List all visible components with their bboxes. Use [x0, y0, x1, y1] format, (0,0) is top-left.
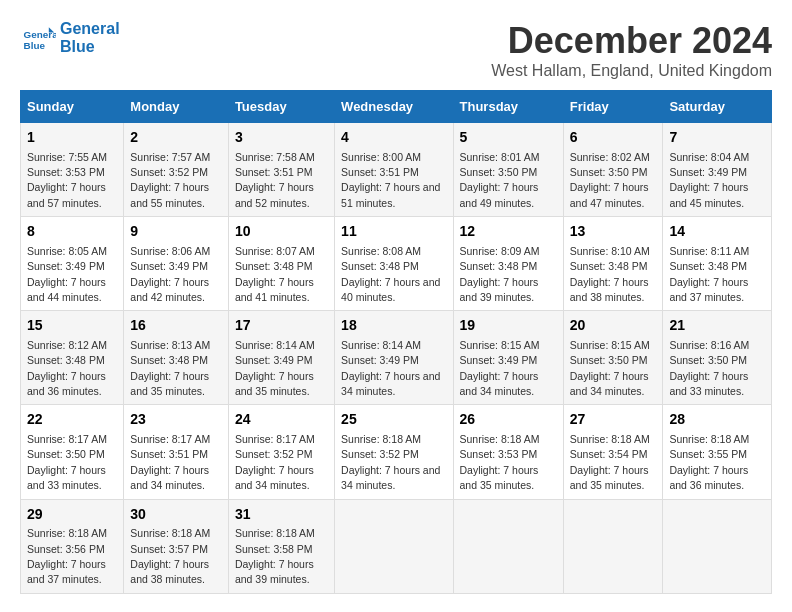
cell-info: Sunrise: 8:12 AMSunset: 3:48 PMDaylight:… — [27, 339, 107, 397]
page-header: General Blue General Blue December 2024 … — [20, 20, 772, 80]
day-number: 31 — [235, 505, 328, 525]
calendar-cell — [453, 499, 563, 593]
calendar-cell: 27Sunrise: 8:18 AMSunset: 3:54 PMDayligh… — [563, 405, 663, 499]
day-number: 20 — [570, 316, 657, 336]
day-number: 18 — [341, 316, 446, 336]
cell-info: Sunrise: 8:00 AMSunset: 3:51 PMDaylight:… — [341, 151, 440, 209]
day-number: 10 — [235, 222, 328, 242]
calendar-cell: 9Sunrise: 8:06 AMSunset: 3:49 PMDaylight… — [124, 217, 229, 311]
logo-blue: Blue — [60, 38, 120, 56]
header-thursday: Thursday — [453, 91, 563, 123]
calendar-cell: 30Sunrise: 8:18 AMSunset: 3:57 PMDayligh… — [124, 499, 229, 593]
day-number: 24 — [235, 410, 328, 430]
cell-info: Sunrise: 8:14 AMSunset: 3:49 PMDaylight:… — [235, 339, 315, 397]
day-number: 15 — [27, 316, 117, 336]
cell-info: Sunrise: 8:18 AMSunset: 3:55 PMDaylight:… — [669, 433, 749, 491]
cell-info: Sunrise: 8:14 AMSunset: 3:49 PMDaylight:… — [341, 339, 440, 397]
day-number: 6 — [570, 128, 657, 148]
calendar-cell — [563, 499, 663, 593]
calendar-table: SundayMondayTuesdayWednesdayThursdayFrid… — [20, 90, 772, 594]
logo-general: General — [60, 20, 120, 38]
day-number: 19 — [460, 316, 557, 336]
calendar-cell: 18Sunrise: 8:14 AMSunset: 3:49 PMDayligh… — [335, 311, 453, 405]
calendar-cell: 12Sunrise: 8:09 AMSunset: 3:48 PMDayligh… — [453, 217, 563, 311]
calendar-cell: 16Sunrise: 8:13 AMSunset: 3:48 PMDayligh… — [124, 311, 229, 405]
calendar-cell: 31Sunrise: 8:18 AMSunset: 3:58 PMDayligh… — [228, 499, 334, 593]
calendar-cell — [335, 499, 453, 593]
day-number: 4 — [341, 128, 446, 148]
calendar-cell: 29Sunrise: 8:18 AMSunset: 3:56 PMDayligh… — [21, 499, 124, 593]
week-row-3: 15Sunrise: 8:12 AMSunset: 3:48 PMDayligh… — [21, 311, 772, 405]
day-number: 1 — [27, 128, 117, 148]
calendar-cell — [663, 499, 772, 593]
day-number: 11 — [341, 222, 446, 242]
cell-info: Sunrise: 8:08 AMSunset: 3:48 PMDaylight:… — [341, 245, 440, 303]
week-row-2: 8Sunrise: 8:05 AMSunset: 3:49 PMDaylight… — [21, 217, 772, 311]
calendar-cell: 28Sunrise: 8:18 AMSunset: 3:55 PMDayligh… — [663, 405, 772, 499]
cell-info: Sunrise: 7:55 AMSunset: 3:53 PMDaylight:… — [27, 151, 107, 209]
page-subtitle: West Hallam, England, United Kingdom — [491, 62, 772, 80]
cell-info: Sunrise: 8:17 AMSunset: 3:51 PMDaylight:… — [130, 433, 210, 491]
week-row-5: 29Sunrise: 8:18 AMSunset: 3:56 PMDayligh… — [21, 499, 772, 593]
calendar-cell: 17Sunrise: 8:14 AMSunset: 3:49 PMDayligh… — [228, 311, 334, 405]
day-number: 16 — [130, 316, 222, 336]
day-number: 8 — [27, 222, 117, 242]
cell-info: Sunrise: 8:18 AMSunset: 3:52 PMDaylight:… — [341, 433, 440, 491]
cell-info: Sunrise: 7:57 AMSunset: 3:52 PMDaylight:… — [130, 151, 210, 209]
calendar-cell: 6Sunrise: 8:02 AMSunset: 3:50 PMDaylight… — [563, 123, 663, 217]
cell-info: Sunrise: 8:18 AMSunset: 3:53 PMDaylight:… — [460, 433, 540, 491]
cell-info: Sunrise: 8:18 AMSunset: 3:57 PMDaylight:… — [130, 527, 210, 585]
day-number: 25 — [341, 410, 446, 430]
day-number: 12 — [460, 222, 557, 242]
week-row-4: 22Sunrise: 8:17 AMSunset: 3:50 PMDayligh… — [21, 405, 772, 499]
day-number: 21 — [669, 316, 765, 336]
day-number: 29 — [27, 505, 117, 525]
calendar-cell: 3Sunrise: 7:58 AMSunset: 3:51 PMDaylight… — [228, 123, 334, 217]
calendar-cell: 5Sunrise: 8:01 AMSunset: 3:50 PMDaylight… — [453, 123, 563, 217]
cell-info: Sunrise: 8:05 AMSunset: 3:49 PMDaylight:… — [27, 245, 107, 303]
calendar-cell: 20Sunrise: 8:15 AMSunset: 3:50 PMDayligh… — [563, 311, 663, 405]
cell-info: Sunrise: 8:13 AMSunset: 3:48 PMDaylight:… — [130, 339, 210, 397]
calendar-cell: 25Sunrise: 8:18 AMSunset: 3:52 PMDayligh… — [335, 405, 453, 499]
cell-info: Sunrise: 8:10 AMSunset: 3:48 PMDaylight:… — [570, 245, 650, 303]
day-number: 28 — [669, 410, 765, 430]
day-number: 23 — [130, 410, 222, 430]
cell-info: Sunrise: 8:18 AMSunset: 3:58 PMDaylight:… — [235, 527, 315, 585]
calendar-cell: 26Sunrise: 8:18 AMSunset: 3:53 PMDayligh… — [453, 405, 563, 499]
svg-text:Blue: Blue — [24, 40, 46, 51]
calendar-cell: 23Sunrise: 8:17 AMSunset: 3:51 PMDayligh… — [124, 405, 229, 499]
day-number: 22 — [27, 410, 117, 430]
cell-info: Sunrise: 8:15 AMSunset: 3:49 PMDaylight:… — [460, 339, 540, 397]
calendar-cell: 19Sunrise: 8:15 AMSunset: 3:49 PMDayligh… — [453, 311, 563, 405]
day-number: 5 — [460, 128, 557, 148]
day-number: 3 — [235, 128, 328, 148]
day-number: 27 — [570, 410, 657, 430]
calendar-cell: 10Sunrise: 8:07 AMSunset: 3:48 PMDayligh… — [228, 217, 334, 311]
day-number: 14 — [669, 222, 765, 242]
logo: General Blue General Blue — [20, 20, 120, 56]
calendar-cell: 11Sunrise: 8:08 AMSunset: 3:48 PMDayligh… — [335, 217, 453, 311]
header-sunday: Sunday — [21, 91, 124, 123]
header-row: SundayMondayTuesdayWednesdayThursdayFrid… — [21, 91, 772, 123]
cell-info: Sunrise: 8:17 AMSunset: 3:50 PMDaylight:… — [27, 433, 107, 491]
cell-info: Sunrise: 8:02 AMSunset: 3:50 PMDaylight:… — [570, 151, 650, 209]
cell-info: Sunrise: 8:17 AMSunset: 3:52 PMDaylight:… — [235, 433, 315, 491]
week-row-1: 1Sunrise: 7:55 AMSunset: 3:53 PMDaylight… — [21, 123, 772, 217]
cell-info: Sunrise: 8:16 AMSunset: 3:50 PMDaylight:… — [669, 339, 749, 397]
calendar-cell: 7Sunrise: 8:04 AMSunset: 3:49 PMDaylight… — [663, 123, 772, 217]
day-number: 13 — [570, 222, 657, 242]
cell-info: Sunrise: 8:04 AMSunset: 3:49 PMDaylight:… — [669, 151, 749, 209]
calendar-cell: 13Sunrise: 8:10 AMSunset: 3:48 PMDayligh… — [563, 217, 663, 311]
header-tuesday: Tuesday — [228, 91, 334, 123]
day-number: 30 — [130, 505, 222, 525]
cell-info: Sunrise: 8:18 AMSunset: 3:56 PMDaylight:… — [27, 527, 107, 585]
cell-info: Sunrise: 8:09 AMSunset: 3:48 PMDaylight:… — [460, 245, 540, 303]
calendar-cell: 1Sunrise: 7:55 AMSunset: 3:53 PMDaylight… — [21, 123, 124, 217]
cell-info: Sunrise: 8:01 AMSunset: 3:50 PMDaylight:… — [460, 151, 540, 209]
day-number: 2 — [130, 128, 222, 148]
cell-info: Sunrise: 8:06 AMSunset: 3:49 PMDaylight:… — [130, 245, 210, 303]
cell-info: Sunrise: 8:15 AMSunset: 3:50 PMDaylight:… — [570, 339, 650, 397]
calendar-cell: 4Sunrise: 8:00 AMSunset: 3:51 PMDaylight… — [335, 123, 453, 217]
cell-info: Sunrise: 8:18 AMSunset: 3:54 PMDaylight:… — [570, 433, 650, 491]
calendar-cell: 21Sunrise: 8:16 AMSunset: 3:50 PMDayligh… — [663, 311, 772, 405]
